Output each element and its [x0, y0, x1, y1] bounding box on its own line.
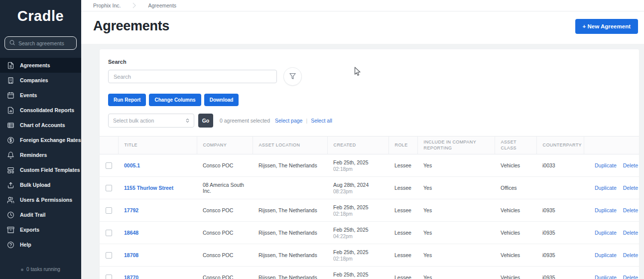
- column-header-include-in-company-reporting[interactable]: Include in Company Reporting: [417, 137, 495, 154]
- row-checkbox[interactable]: [106, 275, 112, 279]
- download-button[interactable]: Download: [204, 94, 239, 106]
- delete-link[interactable]: Delete: [623, 275, 638, 279]
- column-header-counterparty[interactable]: Counterparty: [536, 137, 584, 154]
- help-icon: [7, 241, 14, 249]
- agreement-title-link[interactable]: 18770: [124, 275, 138, 279]
- custom-field-templates-icon: [7, 166, 14, 174]
- cell-asset-location: Rijssen, The Netherlands: [253, 199, 327, 222]
- go-button[interactable]: Go: [198, 114, 213, 128]
- delete-link[interactable]: Delete: [623, 162, 638, 168]
- cell-created: Aug 28th, 2024 08:23pm: [327, 177, 388, 199]
- row-checkbox[interactable]: [106, 207, 112, 214]
- column-header-company[interactable]: Company: [197, 137, 253, 154]
- created-date: Feb 25th, 2025: [333, 227, 383, 233]
- filter-button[interactable]: [283, 67, 302, 86]
- select-page-link[interactable]: Select page: [275, 118, 302, 124]
- cell-company: Consco POC: [197, 267, 253, 279]
- agreement-title-link[interactable]: 17792: [124, 207, 138, 213]
- cell-include-in-company-reporting: Yes: [417, 222, 495, 244]
- sidebar-item-help[interactable]: Help: [0, 237, 81, 252]
- sidebar-item-events[interactable]: Events: [0, 88, 81, 103]
- delete-link[interactable]: Delete: [623, 185, 638, 191]
- events-icon: [7, 92, 14, 99]
- table-row: 18708 Consco POC Rijssen, The Netherland…: [100, 244, 639, 267]
- row-checkbox[interactable]: [106, 252, 112, 259]
- sidebar-item-audit-trail[interactable]: Audit Trail: [0, 207, 81, 222]
- column-header-role[interactable]: Role: [388, 137, 417, 154]
- created-date: Feb 25th, 2025: [333, 159, 383, 165]
- agreement-title-link[interactable]: 18648: [124, 230, 138, 236]
- column-header-actions: [584, 137, 639, 154]
- duplicate-link[interactable]: Duplicate: [595, 275, 617, 279]
- cell-created: Feb 25th, 2025 02:18pm: [327, 244, 388, 267]
- sidebar-item-foreign-exchange-rates[interactable]: Foreign Exchange Rates: [0, 133, 81, 147]
- new-agreement-button[interactable]: + New Agreement: [575, 19, 638, 34]
- sidebar-item-companies[interactable]: Companies: [0, 73, 81, 88]
- column-header-title[interactable]: Title: [118, 137, 197, 154]
- breadcrumb-item-company[interactable]: Prophix Inc.: [93, 2, 121, 8]
- reminders-icon: [7, 151, 14, 159]
- tasks-status: 0 tasks running: [0, 267, 81, 279]
- column-header-created[interactable]: Created: [327, 137, 388, 154]
- cell-company: Consco POC: [197, 244, 253, 267]
- table-search-input[interactable]: [108, 70, 277, 83]
- sidebar-nav: Agreements Companies Events Consolidated…: [0, 58, 81, 252]
- breadcrumb-separator-icon: [132, 2, 136, 8]
- breadcrumb: Prophix Inc. Agreements: [81, 0, 644, 11]
- agreement-title-link[interactable]: 1155 Thurlow Street: [124, 185, 173, 191]
- row-checkbox[interactable]: [106, 162, 112, 169]
- sidebar-item-consolidated-reports[interactable]: Consolidated Reports: [0, 103, 81, 118]
- sidebar-search: [4, 36, 77, 50]
- exports-icon: [7, 226, 14, 234]
- duplicate-link[interactable]: Duplicate: [595, 162, 617, 168]
- cell-created: Feb 25th, 2025 02:18pm: [327, 267, 388, 279]
- bulk-action-select-value: Select bulk action: [113, 118, 154, 124]
- duplicate-link[interactable]: Duplicate: [595, 230, 617, 236]
- chart-of-accounts-icon: [7, 122, 14, 129]
- delete-link[interactable]: Delete: [623, 230, 638, 236]
- content-area: Search Run Report Change Columns Downloa…: [81, 44, 644, 279]
- search-icon: [9, 39, 15, 46]
- cell-company: Consco POC: [197, 154, 253, 177]
- cell-include-in-company-reporting: Yes: [417, 244, 495, 267]
- sidebar-item-chart-of-accounts[interactable]: Chart of Accounts: [0, 118, 81, 133]
- agreement-title-link[interactable]: 0005.1: [124, 162, 140, 168]
- agreement-title-link[interactable]: 18708: [124, 252, 138, 258]
- audit-trail-icon: [7, 211, 14, 219]
- created-time: 08:23pm: [333, 189, 383, 194]
- agreements-table: Title Company Asset Location Created Rol…: [100, 136, 639, 279]
- select-all-link[interactable]: Select all: [311, 118, 332, 124]
- table-row: 1155 Thurlow Street 08 America South Inc…: [100, 177, 639, 199]
- sidebar: Cradle Agreements Companies Events Conso…: [0, 0, 81, 279]
- breadcrumb-item-agreements[interactable]: Agreements: [148, 2, 176, 8]
- cell-role: Lessee: [388, 244, 417, 267]
- duplicate-link[interactable]: Duplicate: [595, 207, 617, 213]
- sidebar-item-exports[interactable]: Exports: [0, 222, 81, 237]
- duplicate-link[interactable]: Duplicate: [595, 252, 617, 258]
- row-checkbox[interactable]: [106, 230, 112, 236]
- delete-link[interactable]: Delete: [623, 207, 638, 213]
- sidebar-item-reminders[interactable]: Reminders: [0, 147, 81, 162]
- column-header-asset-location[interactable]: Asset Location: [253, 137, 327, 154]
- sidebar-item-custom-field-templates[interactable]: Custom Field Templates: [0, 162, 81, 177]
- cell-counterparty: i0935: [536, 222, 584, 244]
- cell-include-in-company-reporting: Yes: [417, 154, 495, 177]
- bulk-action-select[interactable]: Select bulk action: [108, 114, 194, 128]
- sidebar-item-bulk-upload[interactable]: Bulk Upload: [0, 177, 81, 192]
- created-date: Aug 28th, 2024: [333, 182, 383, 188]
- column-header-asset-class[interactable]: Asset Class: [495, 137, 536, 154]
- sidebar-item-agreements[interactable]: Agreements: [0, 58, 81, 73]
- created-time: 02:18pm: [333, 256, 383, 262]
- sidebar-item-users-permissions[interactable]: Users & Permissions: [0, 192, 81, 207]
- created-time: 02:18pm: [333, 166, 383, 172]
- duplicate-link[interactable]: Duplicate: [595, 185, 617, 191]
- run-report-button[interactable]: Run Report: [108, 94, 146, 106]
- column-header-checkbox: [100, 137, 118, 154]
- change-columns-button[interactable]: Change Columns: [149, 94, 201, 106]
- report-actions: Run Report Change Columns Download: [108, 94, 631, 106]
- row-checkbox[interactable]: [106, 185, 112, 191]
- agreements-card: Search Run Report Change Columns Downloa…: [100, 49, 639, 279]
- app-logo: Cradle: [0, 0, 81, 30]
- cell-include-in-company-reporting: Yes: [417, 177, 495, 199]
- delete-link[interactable]: Delete: [623, 252, 638, 258]
